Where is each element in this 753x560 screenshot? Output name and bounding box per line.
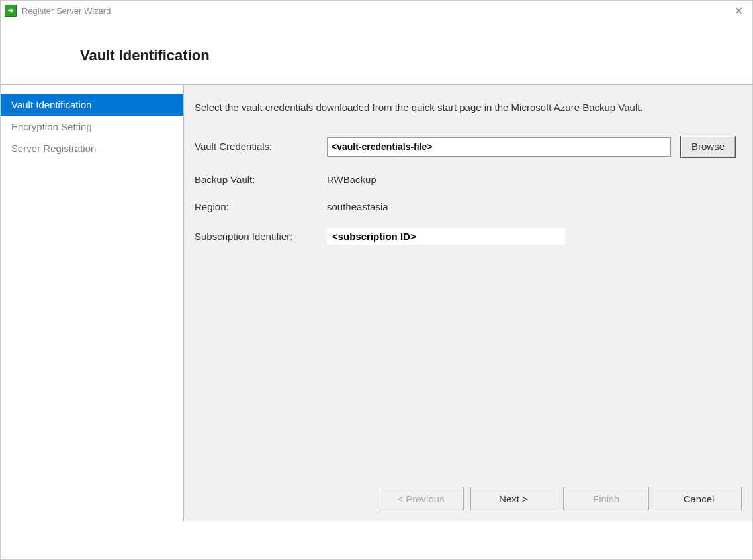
row-subscription: Subscription Identifier: <subscription I… — [195, 228, 742, 245]
row-vault-credentials: Vault Credentials: Browse — [195, 136, 742, 158]
wizard-sidebar: Vault Identification Encryption Setting … — [1, 85, 184, 521]
next-button[interactable]: Next > — [470, 487, 556, 510]
sidebar-item-encryption-setting[interactable]: Encryption Setting — [1, 116, 183, 138]
wizard-footer-buttons: < Previous Next > Finish Cancel — [378, 487, 742, 510]
sidebar-item-label: Encryption Setting — [11, 121, 92, 132]
window-title: Register Server Wizard — [22, 6, 729, 16]
browse-button[interactable]: Browse — [680, 136, 736, 158]
previous-button: < Previous — [378, 487, 464, 510]
app-icon — [5, 5, 17, 17]
input-vault-credentials[interactable] — [327, 137, 671, 157]
label-backup-vault: Backup Vault: — [195, 174, 327, 185]
main-panel: Select the vault credentials downloaded … — [184, 85, 752, 521]
body-area: Vault Identification Encryption Setting … — [1, 85, 752, 521]
sidebar-item-vault-identification[interactable]: Vault Identification — [1, 94, 183, 116]
close-icon[interactable]: ✕ — [729, 5, 748, 17]
label-region: Region: — [195, 201, 327, 212]
page-title: Vault Identification — [80, 47, 752, 64]
value-region: southeastasia — [327, 201, 388, 212]
value-subscription: <subscription ID> — [327, 228, 565, 245]
instruction-text: Select the vault credentials downloaded … — [195, 100, 724, 116]
value-backup-vault: RWBackup — [327, 174, 377, 185]
finish-button: Finish — [563, 487, 649, 510]
sidebar-item-server-registration[interactable]: Server Registration — [1, 138, 183, 159]
titlebar: Register Server Wizard ✕ — [1, 1, 752, 20]
header-area: Vault Identification — [1, 20, 752, 84]
row-backup-vault: Backup Vault: RWBackup — [195, 174, 742, 185]
cancel-button[interactable]: Cancel — [656, 487, 742, 510]
label-vault-credentials: Vault Credentials: — [195, 141, 327, 152]
sidebar-item-label: Server Registration — [11, 143, 96, 154]
label-subscription: Subscription Identifier: — [195, 231, 327, 242]
sidebar-item-label: Vault Identification — [11, 99, 91, 110]
row-region: Region: southeastasia — [195, 201, 742, 212]
